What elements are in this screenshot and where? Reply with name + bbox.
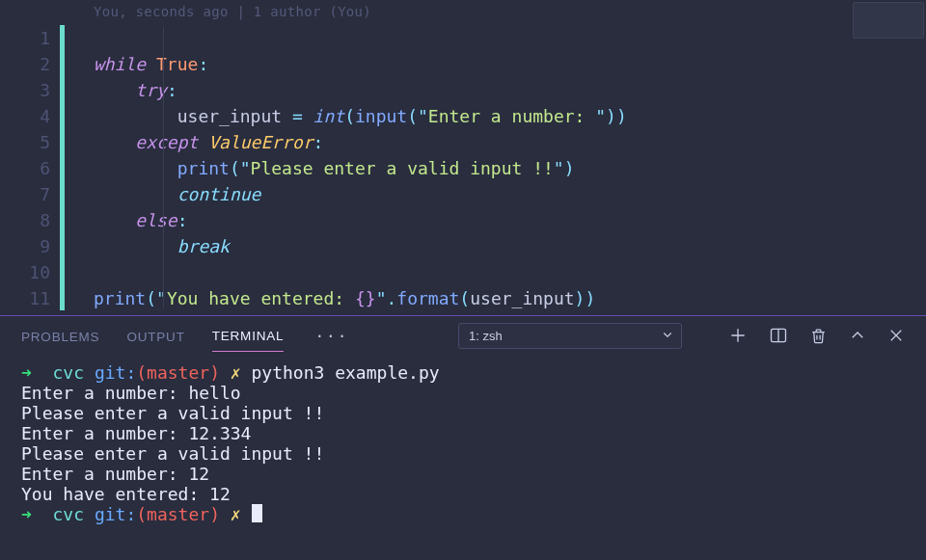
prompt-line: ➜ cvc git:(master) ✗: [21, 504, 262, 524]
code-line: break: [94, 236, 230, 256]
code-line: while True:: [94, 54, 208, 74]
line-number: 11: [0, 285, 60, 311]
prompt-line: ➜ cvc git:(master) ✗ python3 example.py: [21, 362, 440, 383]
terminal-line: Please enter a valid input !!: [21, 443, 324, 464]
code-line: else:: [94, 210, 188, 230]
terminal-line: Enter a number: hello: [21, 383, 241, 403]
terminal-cursor: [252, 504, 262, 522]
minimap[interactable]: [853, 2, 924, 39]
terminal-line: Enter a number: 12.334: [21, 423, 251, 443]
terminal-line: Please enter a valid input !!: [21, 403, 324, 423]
code-line: print("Please enter a valid input !!"): [94, 158, 575, 178]
code-line: print("You have entered: {}".format(user…: [94, 288, 595, 308]
line-gutter: 1 2 3 4 5 6 7 8 9 10 11: [0, 0, 60, 315]
indent-guide: [163, 27, 164, 308]
terminal-line: You have entered: 12: [21, 484, 231, 504]
bottom-panel: PROBLEMS OUTPUT TERMINAL ··· 1: zsh: [0, 315, 926, 560]
code-line: [94, 262, 104, 282]
code-editor[interactable]: 1 2 3 4 5 6 7 8 9 10 11 You, seconds ago…: [0, 0, 926, 315]
code-line: except ValueError:: [94, 132, 323, 152]
code-line: continue: [94, 184, 260, 204]
line-number: 6: [0, 155, 60, 181]
line-number: 4: [0, 103, 60, 129]
line-number: 10: [0, 259, 60, 285]
code-line: try:: [94, 80, 177, 100]
line-number: 7: [0, 181, 60, 207]
codelens-annotation[interactable]: You, seconds ago | 1 author (You): [94, 4, 371, 19]
code-content[interactable]: while True: try: user_input = int(input(…: [65, 0, 926, 337]
line-number: 2: [0, 51, 60, 77]
line-number: 3: [0, 77, 60, 103]
code-line: user_input = int(input("Enter a number: …: [94, 106, 627, 126]
terminal-output[interactable]: ➜ cvc git:(master) ✗ python3 example.py …: [0, 355, 926, 560]
line-number: 1: [0, 25, 60, 51]
line-number: 8: [0, 207, 60, 233]
line-number: 5: [0, 129, 60, 155]
terminal-line: Enter a number: 12: [21, 464, 209, 484]
line-number: 9: [0, 233, 60, 259]
